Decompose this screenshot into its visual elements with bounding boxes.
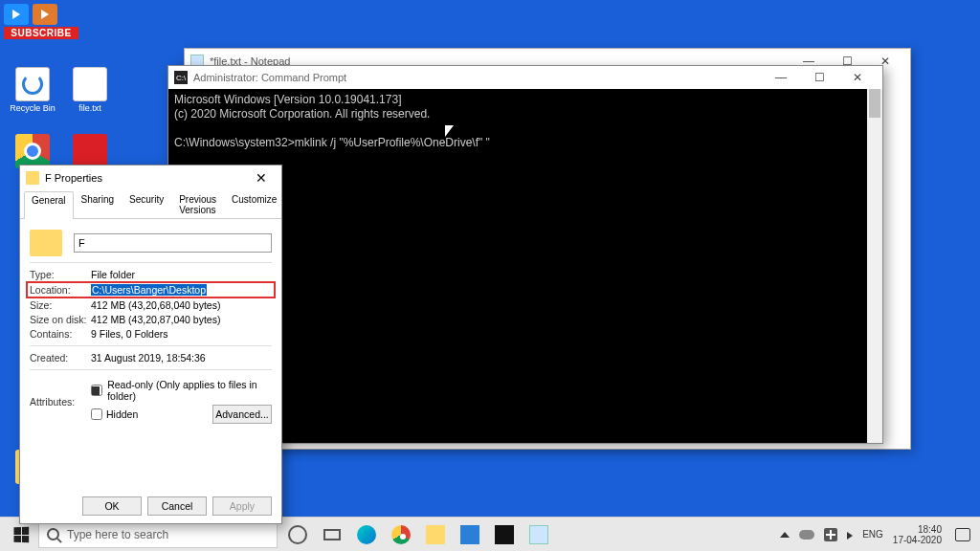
rss-icon — [33, 4, 57, 25]
size-value: 412 MB (43,20,68,040 bytes) — [91, 299, 272, 311]
tab-general[interactable]: General — [24, 191, 74, 219]
icon-label: file.txt — [63, 103, 117, 113]
cmd-icon: C:\ — [174, 71, 188, 84]
taskbar-chrome[interactable] — [385, 520, 417, 549]
properties-tabs: General Sharing Security Previous Versio… — [20, 190, 281, 219]
recycle-icon — [15, 67, 50, 101]
tab-sharing[interactable]: Sharing — [74, 190, 122, 218]
system-tray: ENG 18:40 17-04-2020 — [780, 524, 976, 545]
search-icon — [47, 528, 59, 540]
properties-title: F Properties — [45, 172, 102, 184]
cmd-titlebar[interactable]: C:\ Administrator: Command Prompt — ☐ ✕ — [168, 66, 882, 89]
location-row-highlight: Location: C:\Users\Banger\Desktop — [26, 281, 276, 298]
notifications-button[interactable] — [955, 528, 970, 541]
properties-dialog[interactable]: F Properties ✕ General Sharing Security … — [19, 165, 282, 524]
ok-button[interactable]: OK — [82, 496, 142, 516]
close-button[interactable]: ✕ — [247, 170, 276, 186]
clock[interactable]: 18:40 17-04-2020 — [893, 524, 942, 545]
folder-icon — [26, 171, 39, 185]
desktop-icon-recycle[interactable]: Recycle Bin — [6, 67, 59, 113]
cmd-title: Administrator: Command Prompt — [193, 72, 346, 83]
minimize-button[interactable]: — — [762, 67, 800, 88]
apply-button[interactable]: Apply — [212, 496, 272, 516]
folder-large-icon — [30, 230, 62, 256]
type-label: Type: — [30, 269, 91, 280]
tab-customize[interactable]: Customize — [224, 190, 284, 218]
readonly-label: Read-only (Only applies to files in fold… — [107, 379, 272, 402]
tab-security[interactable]: Security — [122, 190, 171, 218]
advanced-button[interactable]: Advanced... — [212, 405, 272, 424]
location-label: Location: — [30, 284, 91, 296]
tab-previous-versions[interactable]: Previous Versions — [171, 190, 224, 218]
desktop-icon-file[interactable]: file.txt — [63, 67, 117, 113]
volume-icon[interactable] — [847, 532, 853, 540]
hidden-checkbox[interactable] — [91, 408, 102, 420]
created-label: Created: — [30, 352, 91, 364]
clock-date: 17-04-2020 — [893, 535, 942, 545]
location-value[interactable]: C:\Users\Banger\Desktop — [91, 284, 207, 296]
properties-titlebar[interactable]: F Properties ✕ — [20, 165, 281, 190]
cmd-output[interactable]: Microsoft Windows [Version 10.0.19041.17… — [168, 89, 882, 154]
created-value: 31 August 2019, 18:54:36 — [91, 352, 272, 364]
attributes-label: Attributes: — [30, 396, 91, 408]
close-button[interactable]: ✕ — [838, 67, 877, 88]
cancel-button[interactable]: Cancel — [147, 496, 207, 516]
task-view-button[interactable] — [316, 520, 348, 549]
play-icon — [4, 4, 29, 25]
subscribe-overlay: SUBSCRIBE — [4, 4, 78, 39]
chrome-icon — [15, 134, 50, 168]
size-on-disk-value: 412 MB (43,20,87,040 bytes) — [91, 314, 272, 325]
cmd-scrollbar[interactable] — [867, 89, 882, 443]
maximize-button[interactable]: ☐ — [800, 67, 838, 88]
onedrive-icon[interactable] — [799, 530, 814, 540]
icon-label: Recycle Bin — [6, 103, 59, 113]
creative-cloud-icon — [73, 134, 107, 168]
hidden-label: Hidden — [106, 408, 138, 420]
taskbar-notepad[interactable] — [523, 520, 555, 549]
taskbar-store[interactable] — [454, 520, 486, 549]
taskbar-cmd[interactable] — [488, 520, 521, 549]
start-button[interactable] — [4, 520, 38, 549]
folder-name-input[interactable] — [74, 233, 272, 253]
search-placeholder: Type here to search — [67, 528, 168, 541]
tray-overflow-icon[interactable] — [780, 532, 790, 538]
file-icon — [73, 67, 107, 101]
taskbar-explorer[interactable] — [419, 520, 452, 549]
network-icon[interactable] — [824, 528, 837, 541]
cortana-button[interactable] — [281, 520, 314, 549]
clock-time: 18:40 — [893, 524, 942, 535]
subscribe-label: SUBSCRIBE — [4, 27, 78, 39]
taskbar-edge[interactable] — [350, 520, 383, 549]
contains-value: 9 Files, 0 Folders — [91, 328, 272, 340]
language-indicator[interactable]: ENG — [862, 529, 883, 540]
size-label: Size: — [30, 299, 91, 311]
windows-logo-icon — [13, 526, 29, 542]
search-box[interactable]: Type here to search — [38, 521, 278, 548]
size-on-disk-label: Size on disk: — [30, 314, 91, 325]
contains-label: Contains: — [30, 328, 91, 340]
type-value: File folder — [91, 269, 272, 280]
